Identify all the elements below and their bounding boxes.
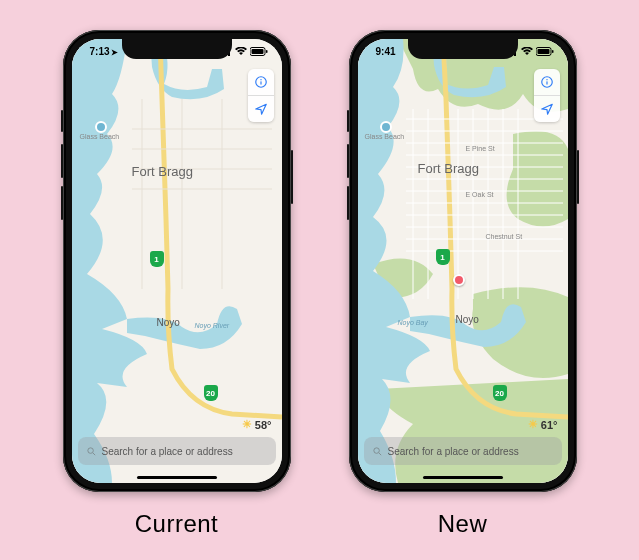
glass-beach-label: Glass Beach: [80, 133, 120, 140]
pine-st-label: E Pine St: [466, 145, 495, 152]
battery-icon: [536, 47, 554, 56]
location-services-icon: ➤: [111, 48, 118, 57]
caption-new: New: [438, 510, 488, 538]
glass-beach-label: Glass Beach: [365, 133, 405, 140]
highway-20-shield: 20: [204, 385, 218, 401]
glass-beach-marker[interactable]: [95, 121, 107, 133]
svg-rect-6: [266, 50, 268, 53]
svg-point-50: [373, 447, 379, 453]
search-bar[interactable]: Search for a place or address: [364, 437, 562, 465]
temperature: 61°: [541, 419, 558, 431]
sun-icon: ☀︎: [528, 418, 538, 431]
oak-st-label: E Oak St: [466, 191, 494, 198]
weather-widget[interactable]: ☀︎61°: [528, 418, 558, 431]
wifi-icon: [235, 47, 247, 56]
caption-current: Current: [135, 510, 219, 538]
noyo-label: Noyo: [157, 317, 180, 328]
city-label: Fort Bragg: [132, 164, 193, 179]
svg-rect-49: [546, 81, 547, 85]
locate-button[interactable]: [248, 95, 274, 122]
home-indicator[interactable]: [137, 476, 217, 479]
svg-rect-26: [552, 50, 554, 53]
noyo-bay-label: Noyo Bay: [398, 319, 428, 326]
search-bar[interactable]: Search for a place or address: [78, 437, 276, 465]
sun-icon: ☀︎: [242, 418, 252, 431]
status-time: 7:13: [90, 46, 110, 57]
search-placeholder: Search for a place or address: [102, 446, 233, 457]
glass-beach-marker[interactable]: [380, 121, 392, 133]
battery-icon: [250, 47, 268, 56]
map-controls: [534, 69, 560, 122]
highway-1-shield: 1: [150, 251, 164, 267]
wifi-icon: [521, 47, 533, 56]
info-button[interactable]: [534, 69, 560, 95]
info-button[interactable]: [248, 69, 274, 95]
svg-rect-25: [537, 49, 549, 54]
svg-point-18: [87, 447, 93, 453]
search-placeholder: Search for a place or address: [388, 446, 519, 457]
search-icon: [86, 446, 97, 457]
map-controls: [248, 69, 274, 122]
svg-point-48: [546, 79, 547, 80]
notch: [122, 39, 232, 59]
poi-marker[interactable]: [453, 274, 465, 286]
highway-20-shield: 20: [493, 385, 507, 401]
svg-line-51: [378, 452, 380, 454]
svg-rect-17: [260, 81, 261, 85]
phone-current: 7:13➤: [63, 30, 291, 492]
chestnut-st-label: Chestnut St: [486, 233, 523, 240]
phone-new: 9:41: [349, 30, 577, 492]
city-label: Fort Bragg: [418, 161, 479, 176]
notch: [408, 39, 518, 59]
search-icon: [372, 446, 383, 457]
temperature: 58°: [255, 419, 272, 431]
highway-1-shield: 1: [436, 249, 450, 265]
weather-widget[interactable]: ☀︎58°: [242, 418, 272, 431]
status-time: 9:41: [376, 46, 396, 57]
home-indicator[interactable]: [423, 476, 503, 479]
noyo-river-label: Noyo River: [195, 322, 230, 329]
svg-line-19: [92, 452, 94, 454]
noyo-label: Noyo: [456, 314, 479, 325]
svg-rect-5: [251, 49, 263, 54]
svg-point-16: [260, 79, 261, 80]
locate-button[interactable]: [534, 95, 560, 122]
